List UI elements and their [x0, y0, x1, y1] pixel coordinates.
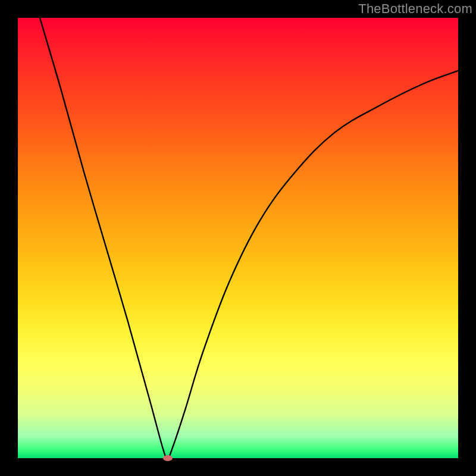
chart-frame: TheBottleneck.com: [0, 0, 476, 476]
watermark-text: TheBottleneck.com: [358, 1, 472, 17]
minimum-marker: [163, 455, 173, 461]
plot-area: [18, 18, 458, 458]
bottleneck-curve: [18, 18, 458, 458]
